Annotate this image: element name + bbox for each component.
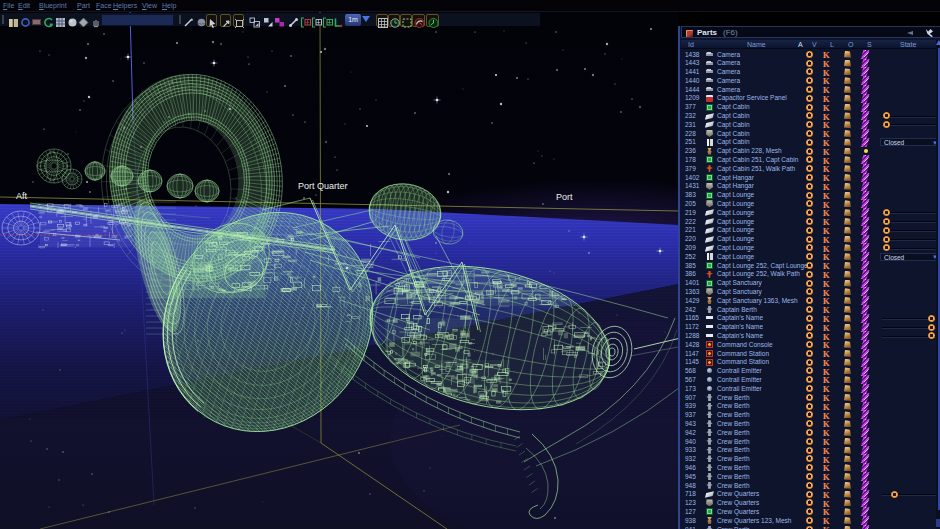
svg-text:Port Quarter: Port Quarter (298, 181, 348, 191)
svg-text:Port: Port (556, 192, 573, 202)
svg-text:Aft: Aft (16, 191, 28, 201)
